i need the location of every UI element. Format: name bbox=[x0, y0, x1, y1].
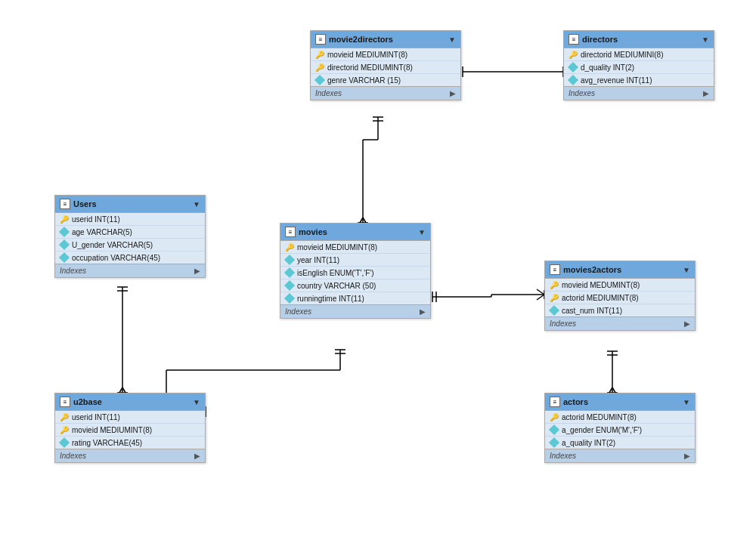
field-row-movies-2: isEnglish ENUM('T','F') bbox=[280, 267, 430, 279]
table-title-directors: directors bbox=[582, 35, 618, 44]
table-header-movies[interactable]: ≡ movies ▼ bbox=[280, 224, 430, 241]
table-Users: ≡ Users ▼ 🔑userid INT(11)age VARCHAR(5)U… bbox=[54, 195, 206, 278]
table-u2base: ≡ u2base ▼ 🔑userid INT(11)🔑movieid MEDIU… bbox=[54, 393, 206, 463]
field-row-movies-3: country VARCHAR (50) bbox=[280, 279, 430, 292]
table-header-actors[interactable]: ≡ actors ▼ bbox=[545, 394, 695, 411]
field-row-actors-0: 🔑actorid MEDUMINT(8) bbox=[545, 411, 695, 424]
field-row-movies-1: year INT(11) bbox=[280, 254, 430, 267]
field-text-movies-0: movieid MEDIUMINT(8) bbox=[297, 243, 377, 252]
key-icon: 🔑 bbox=[60, 215, 69, 224]
dropdown-arrow-actors[interactable]: ▼ bbox=[683, 398, 690, 406]
key-icon: 🔑 bbox=[550, 281, 559, 289]
diamond-icon bbox=[314, 75, 325, 85]
indexes-expand-arrow[interactable]: ▶ bbox=[450, 89, 456, 97]
field-text-movies-4: runningtime INT(11) bbox=[297, 295, 364, 303]
table-title-Users: Users bbox=[73, 199, 97, 208]
key-icon: 🔑 bbox=[550, 413, 559, 421]
field-text-actors-1: a_gender ENUM('M','F') bbox=[562, 426, 642, 434]
field-text-movie2directors-0: movieid MEDIUMINT(8) bbox=[327, 51, 407, 59]
doc-icon: ≡ bbox=[315, 34, 326, 45]
field-text-movie2directors-2: genre VARCHAR (15) bbox=[327, 76, 401, 85]
field-text-u2base-0: userid INT(11) bbox=[72, 413, 120, 421]
field-row-directors-1: d_quality INT(2) bbox=[564, 61, 714, 74]
indexes-expand-arrow[interactable]: ▶ bbox=[420, 307, 426, 316]
field-text-directors-0: directorid MEDIUMINI(8) bbox=[581, 51, 663, 59]
field-text-movies-1: year INT(11) bbox=[297, 256, 339, 264]
indexes-movies2actors[interactable]: Indexes ▶ bbox=[545, 316, 695, 330]
table-title-u2base: u2base bbox=[73, 397, 102, 406]
indexes-label: Indexes bbox=[60, 452, 86, 460]
field-row-movie2directors-0: 🔑movieid MEDIUMINT(8) bbox=[311, 48, 460, 61]
field-row-movies-0: 🔑movieid MEDIUMINT(8) bbox=[280, 241, 430, 254]
key-icon: 🔑 bbox=[315, 51, 324, 59]
indexes-directors[interactable]: Indexes ▶ bbox=[564, 86, 714, 100]
svg-line-18 bbox=[537, 289, 544, 295]
table-header-directors[interactable]: ≡ directors ▼ bbox=[564, 31, 714, 48]
table-header-movie2directors[interactable]: ≡ movie2directors ▼ bbox=[311, 31, 460, 48]
key-icon: 🔑 bbox=[60, 426, 69, 434]
indexes-expand-arrow[interactable]: ▶ bbox=[194, 452, 200, 460]
table-title-movie2directors: movie2directors bbox=[329, 35, 393, 44]
indexes-Users[interactable]: Indexes ▶ bbox=[55, 264, 205, 277]
indexes-expand-arrow[interactable]: ▶ bbox=[703, 89, 709, 97]
field-row-movie2directors-1: 🔑directorid MEDIUMINT(8) bbox=[311, 61, 460, 74]
field-row-movies-4: runningtime INT(11) bbox=[280, 292, 430, 304]
key-icon: 🔑 bbox=[315, 63, 324, 72]
indexes-u2base[interactable]: Indexes ▶ bbox=[55, 449, 205, 462]
field-text-movie2directors-1: directorid MEDIUMINT(8) bbox=[327, 63, 413, 72]
dropdown-arrow-Users[interactable]: ▼ bbox=[193, 200, 200, 208]
indexes-label: Indexes bbox=[315, 89, 342, 97]
doc-icon: ≡ bbox=[569, 34, 579, 45]
dropdown-arrow-movie2directors[interactable]: ▼ bbox=[448, 35, 456, 44]
table-header-Users[interactable]: ≡ Users ▼ bbox=[55, 196, 205, 213]
diamond-icon bbox=[284, 293, 295, 304]
indexes-expand-arrow[interactable]: ▶ bbox=[684, 452, 690, 460]
indexes-movies[interactable]: Indexes ▶ bbox=[280, 304, 430, 318]
field-text-movies2actors-0: movieid MEDUMINT(8) bbox=[562, 281, 640, 289]
diamond-icon bbox=[284, 280, 295, 291]
dropdown-arrow-directors[interactable]: ▼ bbox=[702, 35, 709, 44]
field-row-u2base-0: 🔑userid INT(11) bbox=[55, 411, 205, 424]
table-title-movies2actors: movies2actors bbox=[563, 265, 621, 274]
indexes-expand-arrow[interactable]: ▶ bbox=[684, 319, 690, 328]
indexes-label: Indexes bbox=[550, 319, 576, 328]
doc-icon: ≡ bbox=[285, 227, 296, 237]
field-text-movies-3: country VARCHAR (50) bbox=[297, 282, 376, 290]
field-text-actors-2: a_quality INT(2) bbox=[562, 439, 615, 447]
field-row-movies2actors-0: 🔑movieid MEDUMINT(8) bbox=[545, 279, 695, 292]
indexes-movie2directors[interactable]: Indexes ▶ bbox=[311, 86, 460, 100]
diamond-icon bbox=[568, 75, 578, 85]
dropdown-arrow-movies[interactable]: ▼ bbox=[418, 228, 426, 236]
diamond-icon bbox=[59, 239, 70, 250]
field-text-u2base-2: rating VARCHAE(45) bbox=[72, 439, 142, 447]
field-text-directors-2: avg_revenue INT(11) bbox=[581, 76, 652, 85]
key-icon: 🔑 bbox=[550, 294, 559, 302]
field-row-movie2directors-2: genre VARCHAR (15) bbox=[311, 74, 460, 86]
indexes-label: Indexes bbox=[550, 452, 576, 460]
field-text-actors-0: actorid MEDUMINT(8) bbox=[562, 413, 637, 421]
dropdown-arrow-u2base[interactable]: ▼ bbox=[193, 398, 200, 406]
key-icon: 🔑 bbox=[285, 243, 294, 252]
field-text-movies2actors-2: cast_num INT(11) bbox=[562, 307, 622, 315]
svg-line-19 bbox=[537, 295, 544, 300]
diamond-icon bbox=[549, 305, 559, 316]
field-row-actors-2: a_quality INT(2) bbox=[545, 437, 695, 449]
field-row-Users-3: occupation VARCHAR(45) bbox=[55, 252, 205, 264]
field-text-directors-1: d_quality INT(2) bbox=[581, 63, 634, 72]
table-movie2directors: ≡ movie2directors ▼ 🔑movieid MEDIUMINT(8… bbox=[310, 30, 461, 100]
table-title-movies: movies bbox=[299, 227, 327, 236]
table-actors: ≡ actors ▼ 🔑actorid MEDUMINT(8)a_gender … bbox=[544, 393, 696, 463]
field-row-Users-1: age VARCHAR(5) bbox=[55, 226, 205, 239]
field-text-u2base-1: movieid MEDIUMINT(8) bbox=[72, 426, 152, 434]
diamond-icon bbox=[59, 252, 70, 263]
table-header-movies2actors[interactable]: ≡ movies2actors ▼ bbox=[545, 261, 695, 279]
field-text-movies-2: isEnglish ENUM('T','F') bbox=[297, 269, 374, 277]
indexes-expand-arrow[interactable]: ▶ bbox=[194, 267, 200, 275]
indexes-actors[interactable]: Indexes ▶ bbox=[545, 449, 695, 462]
table-header-u2base[interactable]: ≡ u2base ▼ bbox=[55, 394, 205, 411]
dropdown-arrow-movies2actors[interactable]: ▼ bbox=[683, 266, 690, 274]
indexes-label: Indexes bbox=[60, 267, 86, 275]
table-movies2actors: ≡ movies2actors ▼ 🔑movieid MEDUMINT(8)🔑a… bbox=[544, 261, 696, 331]
diamond-icon bbox=[568, 62, 578, 73]
field-row-u2base-1: 🔑movieid MEDIUMINT(8) bbox=[55, 424, 205, 437]
